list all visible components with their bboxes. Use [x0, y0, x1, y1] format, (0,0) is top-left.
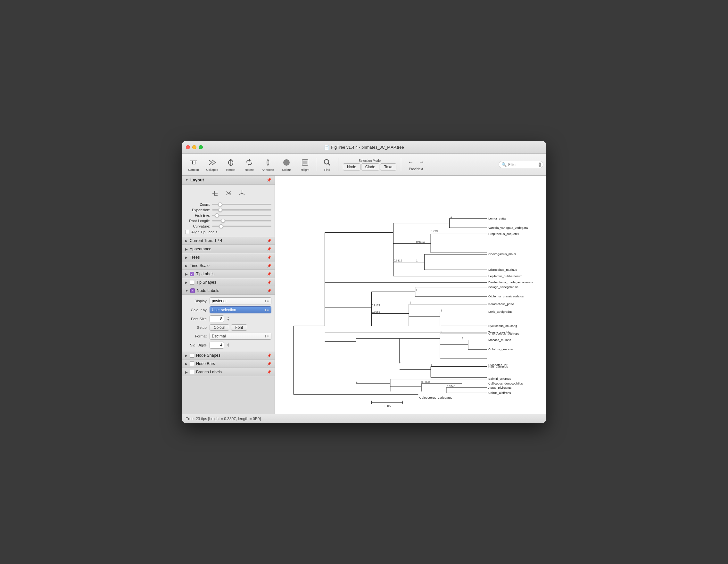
toolbar: Cartoon Collapse Reroot Rotate [182, 154, 546, 176]
node-label-1d: 1 [409, 301, 411, 304]
filter-input[interactable] [508, 162, 537, 167]
svg-point-9 [324, 160, 329, 164]
node-label-1c: 1 [416, 288, 418, 292]
zoom-thumb[interactable] [218, 203, 222, 206]
rotate-label: Rotate [245, 168, 254, 171]
layout-section-header[interactable]: ▼ Layout 📌 [182, 176, 275, 185]
taxon-cebus: Cebus_albifrons [488, 391, 511, 394]
taxon-chlorocebus: Chlorocebus_aethiops [488, 332, 519, 335]
align-tip-row: Align Tip Labels [185, 230, 271, 234]
node-mode-button[interactable]: Node [343, 163, 360, 170]
next-button[interactable]: → [417, 158, 426, 166]
node-label-06112: 0.6112 [393, 259, 402, 262]
taxon-perodicticus: Perodicticus_potto [488, 302, 514, 306]
node-labels-checkbox[interactable]: ✓ [190, 288, 195, 293]
collapse-button[interactable]: Collapse [203, 156, 221, 174]
layout-polar-button[interactable] [237, 188, 247, 198]
sidebar: ▼ Layout 📌 Zoom: [182, 176, 275, 414]
display-select[interactable]: posterior ⬆⬇ [210, 297, 271, 304]
branch-labels-checkbox[interactable] [190, 370, 194, 374]
node-shapes-panel[interactable]: ▶ Node Shapes 📌 [182, 351, 275, 360]
tip-shapes-panel[interactable]: ▶ Tip Shapes 📌 [182, 278, 275, 286]
prev-next-arrows: ← → [406, 158, 426, 166]
selection-mode-label: Selection Mode [359, 159, 381, 162]
taxon-propithecus: Propithecus_coquereli [488, 232, 519, 236]
annotate-button[interactable]: Annotate [259, 156, 277, 174]
scale-bar-label: 0.05 [385, 404, 391, 408]
expansion-slider[interactable] [212, 209, 271, 211]
tip-shapes-checkbox[interactable] [190, 280, 194, 285]
appearance-panel[interactable]: ▶ Appearance 📌 [182, 245, 275, 253]
clade-mode-button[interactable]: Clade [361, 163, 379, 170]
font-setup-button[interactable]: Font [231, 324, 247, 331]
font-size-down[interactable]: ▼ [226, 319, 230, 321]
zoom-slider[interactable] [212, 204, 271, 205]
tip-shapes-triangle: ▶ [185, 281, 188, 284]
find-button[interactable]: Find [318, 156, 336, 174]
fisheye-thumb[interactable] [215, 213, 219, 217]
font-size-stepper[interactable]: ▲ ▼ [226, 316, 230, 321]
node-labels-panel[interactable]: ▼ ✓ Node Labels 📌 [182, 286, 275, 295]
colour-button[interactable]: Colour [277, 156, 295, 174]
tip-labels-checkbox[interactable]: ✓ [190, 272, 194, 276]
branch-labels-triangle: ▶ [185, 370, 188, 374]
colour-by-select[interactable]: User selection ⬆⬇ [210, 306, 271, 313]
titlebar: 📄 FigTree v1.4.4 - primates_JC_MAP.tree [182, 141, 546, 154]
font-size-input[interactable] [210, 315, 224, 322]
layout-content: Zoom: Expansion: Fish Eye: [182, 185, 275, 236]
current-tree-panel[interactable]: ▶ Current Tree: 1 / 4 📌 [182, 236, 275, 245]
node-labels-title: Node Labels [197, 288, 267, 293]
node-shapes-triangle: ▶ [185, 354, 188, 357]
zoom-row: Zoom: [185, 203, 271, 206]
layout-radial-button[interactable] [224, 188, 233, 198]
reroot-button[interactable]: Reroot [222, 156, 240, 174]
align-tip-label: Align Tip Labels [191, 230, 217, 234]
expansion-thumb[interactable] [218, 208, 222, 212]
find-icon [323, 158, 332, 167]
svg-rect-8 [303, 161, 307, 164]
curvature-slider[interactable] [212, 226, 271, 227]
rootlength-thumb[interactable] [221, 219, 225, 223]
branch-labels-panel[interactable]: ▶ Branch Labels 📌 [182, 368, 275, 376]
format-select[interactable]: Decimal ⬆⬇ [210, 333, 271, 340]
sig-digits-down[interactable]: ▼ [226, 345, 230, 348]
prev-button[interactable]: ← [406, 158, 415, 166]
node-label-1j: 1 [356, 380, 358, 383]
hilight-label: Hilight [301, 168, 309, 171]
taxon-galeopterus: Galeopterus_variegatus [419, 396, 452, 399]
sig-digits-input[interactable] [210, 342, 224, 349]
tree-view[interactable]: 1 0.779 0.9494 1 0.6112 0.9174 1 1 1 0.3… [275, 176, 546, 414]
cartoon-button[interactable]: Cartoon [185, 156, 203, 174]
sig-digits-stepper[interactable]: ▲ ▼ [226, 343, 230, 348]
collapse-icon [208, 158, 217, 167]
tip-labels-panel[interactable]: ▶ ✓ Tip Labels 📌 [182, 270, 275, 278]
trees-panel[interactable]: ▶ Trees 📌 [182, 253, 275, 261]
filter-clear-button[interactable]: ✕ [539, 162, 541, 167]
align-tip-checkbox[interactable] [185, 230, 189, 234]
rotate-button[interactable]: Rotate [240, 156, 258, 174]
node-shapes-pin: 📌 [267, 353, 271, 358]
node-shapes-checkbox[interactable] [190, 353, 194, 358]
timescale-panel[interactable]: ▶ Time Scale 📌 [182, 261, 275, 270]
maximize-button[interactable] [199, 145, 203, 149]
format-row: Format: Decimal ⬆⬇ [185, 333, 271, 340]
branch-labels-title: Branch Labels [196, 370, 267, 374]
main-window: 📄 FigTree v1.4.4 - primates_JC_MAP.tree … [182, 141, 546, 423]
prev-next-label: Prev/Next [409, 167, 423, 171]
minimize-button[interactable] [192, 145, 196, 149]
hilight-button[interactable]: Hilight [296, 156, 314, 174]
rootlength-slider[interactable] [212, 220, 271, 221]
node-bars-panel[interactable]: ▶ Node Bars 📌 [182, 360, 275, 368]
timescale-title: Time Scale [190, 263, 267, 268]
colour-icon [282, 158, 291, 167]
toolbar-sep1 [316, 158, 316, 171]
taxa-mode-button[interactable]: Taxa [380, 163, 396, 170]
fisheye-slider[interactable] [212, 215, 271, 216]
display-value: posterior [212, 299, 227, 303]
curvature-thumb[interactable] [219, 224, 223, 228]
layout-rectangular-button[interactable] [210, 188, 220, 198]
close-button[interactable] [186, 145, 190, 149]
colour-setup-button[interactable]: Colour [210, 324, 229, 331]
node-bars-checkbox[interactable] [190, 361, 194, 366]
appearance-triangle: ▶ [185, 247, 188, 251]
